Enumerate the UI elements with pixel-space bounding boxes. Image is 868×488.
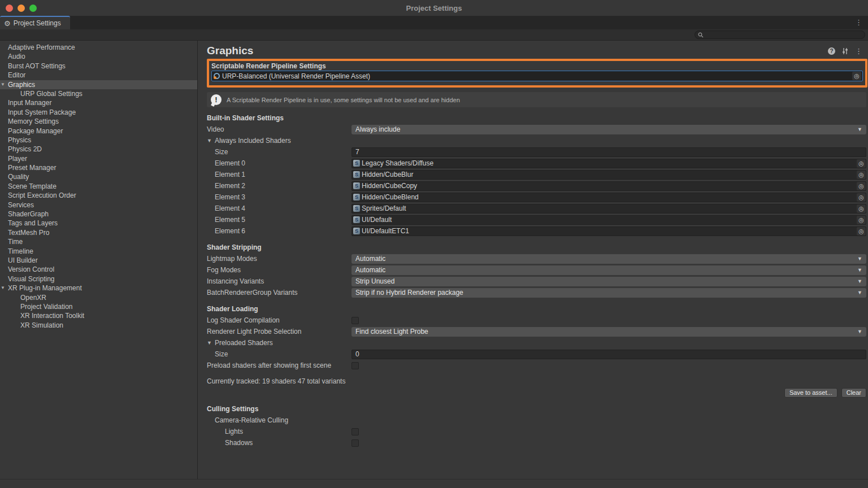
sidebar-item-input-manager[interactable]: Input Manager [0, 98, 197, 107]
sidebar-item-physics[interactable]: Physics [0, 136, 197, 145]
sidebar-item-shadergraph[interactable]: ShaderGraph [0, 210, 197, 219]
sidebar-item-timeline[interactable]: Timeline [0, 247, 197, 256]
project-settings-window: Project Settings ⚙ Project Settings ⋮ Ad… [0, 0, 868, 488]
sidebar-item-package-manager[interactable]: Package Manager [0, 127, 197, 136]
field-label-batchrenderergroup-variants: BatchRendererGroup Variants [207, 289, 351, 297]
dropdown-fog-modes[interactable]: Automatic▼ [351, 265, 866, 275]
object-field-element-4[interactable]: SSprites/Default◎ [351, 204, 866, 213]
sidebar-item-time[interactable]: Time [0, 237, 197, 246]
sidebar-item-adaptive-performance[interactable]: Adaptive Performance [0, 43, 197, 52]
sidebar-item-player[interactable]: Player [0, 154, 197, 163]
sidebar-item-label: UI Builder [8, 256, 38, 264]
sidebar-item-xr-interaction-toolkit[interactable]: XR Interaction Toolkit [0, 311, 197, 320]
object-picker-icon[interactable]: ◎ [852, 72, 861, 80]
sidebar-item-label: Preset Manager [8, 164, 56, 172]
dropdown-video[interactable]: Always include▼ [351, 125, 866, 134]
object-field-value: Sprites/Default [362, 204, 406, 212]
object-picker-icon[interactable]: ◎ [857, 193, 866, 202]
sidebar-item-openxr[interactable]: OpenXR [0, 293, 197, 302]
sidebar-item-burst-aot-settings[interactable]: Burst AOT Settings [0, 62, 197, 71]
checkbox-log-shader-compilation[interactable] [351, 317, 359, 324]
sidebar-item-xr-plug-in-management[interactable]: ▼XR Plug-in Management [0, 284, 197, 293]
checkbox-shadows[interactable] [351, 439, 359, 447]
sidebar-item-xr-simulation[interactable]: XR Simulation [0, 321, 197, 330]
sidebar-item-scene-template[interactable]: Scene Template [0, 182, 197, 191]
presets-icon[interactable] [841, 47, 849, 55]
field-label-text: Element 5 [215, 216, 245, 224]
text-field-size[interactable]: 0 [351, 350, 866, 359]
field-label-shadows: Shadows [207, 439, 351, 447]
object-field-element-2[interactable]: SHidden/CubeCopy◎ [351, 181, 866, 191]
help-icon[interactable]: ? [828, 47, 835, 55]
sidebar-item-physics-2d[interactable]: Physics 2D [0, 145, 197, 154]
field-label-text: Instancing Variants [207, 277, 264, 285]
object-field-element-5[interactable]: SUI/Default◎ [351, 215, 866, 225]
text-field-size[interactable]: 7 [351, 147, 866, 157]
tab-label: Project Settings [14, 19, 61, 27]
dropdown-renderer-light-probe-selection[interactable]: Find closest Light Probe▼ [351, 327, 866, 337]
search-box[interactable] [695, 30, 865, 39]
minimize-button[interactable] [18, 5, 25, 12]
dropdown-lightmap-modes[interactable]: Automatic▼ [351, 254, 866, 264]
dropdown-batchrenderergroup-variants[interactable]: Strip if no Hybrid Renderer package▼ [351, 288, 866, 298]
sidebar-item-textmesh-pro[interactable]: TextMesh Pro [0, 228, 197, 237]
field-label-lights: Lights [207, 428, 351, 435]
sidebar-item-graphics[interactable]: ▼Graphics [0, 80, 197, 89]
sidebar-item-tags-and-layers[interactable]: Tags and Layers [0, 219, 197, 228]
chevron-down-icon: ▼ [857, 267, 862, 273]
object-picker-icon[interactable]: ◎ [857, 159, 866, 168]
object-picker-icon[interactable]: ◎ [857, 182, 866, 190]
object-picker-icon[interactable]: ◎ [857, 171, 866, 179]
search-input[interactable] [706, 31, 862, 38]
section-header-shader-stripping: Shader Stripping [207, 242, 866, 253]
sidebar-item-label: XR Plug-in Management [8, 284, 82, 292]
sidebar-item-version-control[interactable]: Version Control [0, 265, 197, 274]
sidebar-item-preset-manager[interactable]: Preset Manager [0, 163, 197, 172]
save-to-asset-button[interactable]: Save to asset... [784, 388, 837, 398]
foldout-arrow-icon[interactable]: ▼ [1, 80, 5, 89]
checkbox-lights[interactable] [351, 428, 359, 435]
shader-icon: S [353, 182, 360, 189]
field-label-text: Element 1 [215, 171, 245, 178]
sidebar-item-label: Adaptive Performance [8, 43, 75, 51]
panel-kebab-menu-icon[interactable]: ⋮ [855, 47, 862, 55]
object-field-element-3[interactable]: SHidden/CubeBlend◎ [351, 193, 866, 202]
object-field-element-0[interactable]: SLegacy Shaders/Diffuse◎ [351, 159, 866, 168]
foldout-triangle-icon[interactable]: ▼ [207, 340, 212, 346]
sidebar-item-editor[interactable]: Editor [0, 71, 197, 80]
srp-asset-field[interactable]: URP-Balanced (Universal Render Pipeline … [211, 71, 863, 81]
object-picker-icon[interactable]: ◎ [857, 227, 866, 236]
sidebar-item-quality[interactable]: Quality [0, 172, 197, 181]
shader-icon: S [353, 228, 360, 234]
sidebar-item-urp-global-settings[interactable]: URP Global Settings [0, 89, 197, 98]
object-picker-icon[interactable]: ◎ [857, 204, 866, 213]
sidebar-item-project-validation[interactable]: Project Validation [0, 302, 197, 311]
field-label-text: Renderer Light Probe Selection [207, 328, 301, 336]
sidebar-item-services[interactable]: Services [0, 201, 197, 210]
tab-project-settings[interactable]: ⚙ Project Settings [0, 16, 70, 29]
srp-info-helpbox: ! A Scriptable Render Pipeline is in use… [207, 92, 866, 107]
field-label-text: Fog Modes [207, 266, 241, 274]
sidebar-item-memory-settings[interactable]: Memory Settings [0, 117, 197, 126]
sidebar-item-input-system-package[interactable]: Input System Package [0, 108, 197, 117]
sidebar-item-audio[interactable]: Audio [0, 52, 197, 61]
close-button[interactable] [6, 5, 13, 12]
object-field-element-6[interactable]: SUI/DefaultETC1◎ [351, 226, 866, 236]
tab-kebab-menu-icon[interactable]: ⋮ [855, 18, 862, 27]
field-label-text: Size [215, 148, 228, 156]
object-field-value: UI/Default [362, 216, 392, 224]
dropdown-instancing-variants[interactable]: Strip Unused▼ [351, 277, 866, 286]
foldout-triangle-icon[interactable]: ▼ [207, 138, 212, 143]
sidebar-item-label: Graphics [8, 81, 35, 89]
foldout-arrow-icon[interactable]: ▼ [1, 284, 5, 293]
sidebar-item-ui-builder[interactable]: UI Builder [0, 256, 197, 265]
sidebar-item-label: Tags and Layers [8, 219, 58, 227]
fullscreen-button[interactable] [29, 5, 37, 12]
object-picker-icon[interactable]: ◎ [857, 216, 866, 224]
sidebar-item-script-execution-order[interactable]: Script Execution Order [0, 191, 197, 200]
field-label-always-included-shaders: ▼Always Included Shaders [207, 137, 351, 145]
object-field-element-1[interactable]: SHidden/CubeBlur◎ [351, 170, 866, 180]
clear-button[interactable]: Clear [841, 388, 866, 398]
sidebar-item-visual-scripting[interactable]: Visual Scripting [0, 274, 197, 284]
checkbox-preload-shaders-after-showing-first-scene[interactable] [351, 362, 359, 369]
